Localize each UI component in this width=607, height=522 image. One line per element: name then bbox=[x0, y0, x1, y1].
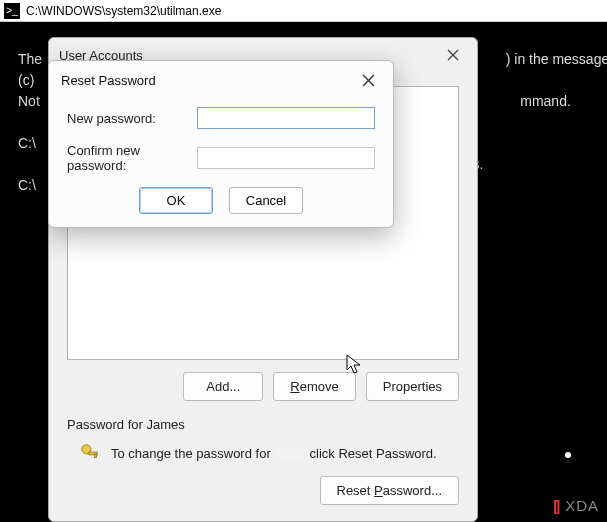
watermark-text: XDA bbox=[565, 497, 599, 514]
new-password-label: New password: bbox=[67, 111, 189, 126]
reset-password-button[interactable]: Reset Password... bbox=[320, 476, 460, 505]
new-password-input[interactable] bbox=[197, 107, 375, 129]
confirm-password-label: Confirm new password: bbox=[67, 143, 189, 173]
terminal-icon: >_ bbox=[4, 3, 20, 19]
close-icon[interactable] bbox=[355, 69, 381, 91]
svg-rect-2 bbox=[95, 454, 97, 458]
reset-password-title: Reset Password bbox=[61, 73, 156, 88]
add-button[interactable]: Add... bbox=[183, 372, 263, 401]
confirm-password-input[interactable] bbox=[197, 147, 375, 169]
ok-button[interactable]: OK bbox=[139, 187, 213, 214]
reset-password-titlebar[interactable]: Reset Password bbox=[49, 61, 393, 99]
watermark: [ ] XDA bbox=[553, 497, 599, 514]
remove-button[interactable]: Remove bbox=[273, 372, 355, 401]
close-icon[interactable] bbox=[439, 44, 467, 66]
cancel-button[interactable]: Cancel bbox=[229, 187, 303, 214]
decorative-dot bbox=[565, 452, 571, 458]
watermark-bracket-icon: ] bbox=[555, 497, 561, 514]
password-instruction-text: To change the password for click Reset P… bbox=[111, 446, 437, 461]
console-title-path: C:\WINDOWS\system32\utilman.exe bbox=[26, 4, 221, 18]
key-icon bbox=[79, 442, 101, 464]
password-section-label: Password for James bbox=[67, 417, 459, 432]
properties-button[interactable]: Properties bbox=[366, 372, 459, 401]
console-titlebar: >_ C:\WINDOWS\system32\utilman.exe bbox=[0, 0, 607, 22]
reset-password-dialog: Reset Password New password: Confirm new… bbox=[48, 60, 394, 228]
